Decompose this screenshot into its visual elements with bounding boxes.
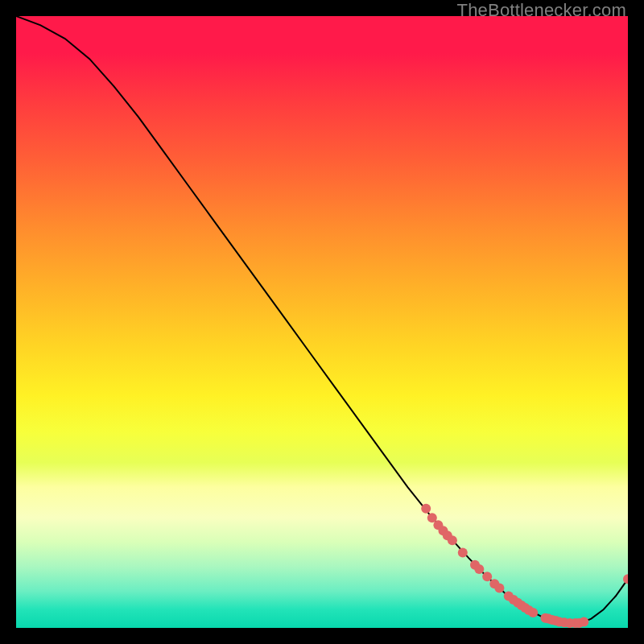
marker-pt-c4 <box>448 535 457 545</box>
marker-pt-d <box>458 548 468 558</box>
marker-pt-e2 <box>474 564 484 574</box>
watermark-text: TheBottlenecker.com <box>457 0 626 21</box>
plot-area <box>16 16 628 628</box>
marker-pt-i4 <box>528 608 538 617</box>
marker-pt-k3 <box>579 617 588 626</box>
chart-svg <box>16 16 628 628</box>
bottleneck-curve-path <box>16 16 628 624</box>
marker-dots <box>421 504 628 628</box>
marker-pt-a <box>421 504 431 514</box>
marker-pt-g2 <box>494 584 504 593</box>
marker-pt-end <box>623 574 628 584</box>
chart-stage: TheBottlenecker.com <box>0 0 644 644</box>
marker-pt-f <box>482 572 492 581</box>
